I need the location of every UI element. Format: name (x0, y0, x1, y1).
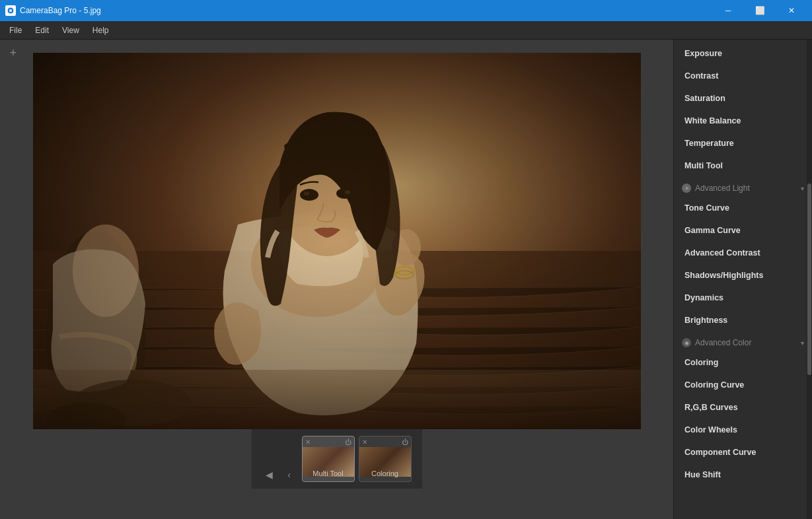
advanced-color-chevron: ▾ (801, 339, 804, 347)
adj-item-tone-curve[interactable]: Tone Curve (674, 197, 812, 219)
adjustments-list: Exposure Contrast Saturation White Balan… (674, 40, 812, 519)
advanced-light-section[interactable]: ☀ Advanced Light ▾ (674, 177, 812, 197)
title-text: CameraBag Pro - 5.jpg (20, 6, 101, 15)
adj-item-color-wheels[interactable]: Color Wheels (674, 419, 812, 441)
svg-rect-20 (33, 53, 641, 429)
adj-item-rgb-curves[interactable]: R,G,B Curves (674, 396, 812, 419)
svg-point-1 (9, 9, 12, 12)
minimize-button[interactable]: ─ (713, 0, 743, 21)
chip-controls: ✕ ⏻ (303, 438, 354, 446)
title-bar: CameraBag Pro - 5.jpg ─ ⬜ ✕ (0, 0, 812, 21)
panel-scrollbar[interactable] (807, 40, 812, 519)
advanced-light-label: Advanced Light (695, 184, 797, 193)
menu-view[interactable]: View (55, 23, 86, 38)
adj-item-exposure[interactable]: Exposure (674, 42, 812, 65)
adj-item-coloring-curve[interactable]: Coloring Curve (674, 374, 812, 396)
adj-item-multi-tool[interactable]: Multi Tool (674, 155, 812, 177)
advanced-color-section[interactable]: ◉ Advanced Color ▾ (674, 331, 812, 351)
back-arrow-button[interactable]: ◀ (262, 467, 277, 482)
right-panel: Exposure Contrast Saturation White Balan… (673, 40, 812, 519)
menu-bar: File Edit View Help (0, 21, 812, 40)
chip-label: Coloring (371, 469, 398, 477)
window-controls: ─ ⬜ ✕ (713, 0, 807, 21)
advanced-color-icon: ◉ (682, 338, 691, 347)
title-left: CameraBag Pro - 5.jpg (5, 5, 101, 16)
adj-item-gamma-curve[interactable]: Gamma Curve (674, 219, 812, 242)
menu-help[interactable]: Help (86, 23, 116, 38)
adj-item-hue-shift[interactable]: Hue Shift (674, 464, 812, 486)
menu-edit[interactable]: Edit (28, 23, 55, 38)
close-button[interactable]: ✕ (776, 0, 807, 21)
chip-close-button[interactable]: ✕ (305, 438, 311, 446)
main-content: + (0, 40, 812, 519)
adj-item-coloring[interactable]: Coloring (674, 351, 812, 374)
menu-file[interactable]: File (3, 23, 28, 38)
adj-item-white-balance[interactable]: White Balance (674, 110, 812, 132)
chip-power-button[interactable]: ⏻ (345, 438, 351, 446)
chip-power-button[interactable]: ⏻ (402, 438, 408, 446)
image-container (33, 53, 641, 429)
adj-item-advanced-contrast[interactable]: Advanced Contrast (674, 242, 812, 264)
adj-item-contrast[interactable]: Contrast (674, 65, 812, 87)
advanced-light-icon: ☀ (682, 184, 691, 193)
advanced-color-label: Advanced Color (695, 338, 797, 347)
adj-item-shadows-highlights[interactable]: Shadows/Highlights (674, 264, 812, 287)
advanced-light-chevron: ▾ (801, 185, 804, 192)
adj-item-temperature[interactable]: Temperature (674, 132, 812, 155)
chip-close-button[interactable]: ✕ (362, 438, 367, 446)
filter-chip-multitool[interactable]: ✕ ⏻ Multi Tool (302, 436, 355, 482)
restore-button[interactable]: ⬜ (745, 0, 775, 21)
panel-scrollbar-thumb[interactable] (807, 184, 811, 375)
canvas-area: + (0, 40, 673, 519)
chip-controls: ✕ ⏻ (359, 438, 411, 446)
filter-chip-coloring[interactable]: ✕ ⏻ Coloring (359, 436, 412, 482)
prev-nav-button[interactable]: ‹ (282, 467, 297, 482)
app-icon (5, 5, 16, 16)
photo-svg (33, 53, 641, 429)
adj-item-component-curve[interactable]: Component Curve (674, 441, 812, 464)
filter-chips-container: ✕ ⏻ Multi Tool ✕ ⏻ Coloring (302, 436, 412, 482)
bottom-toolbar: ◀ ‹ › ⏻ ✕ ✕ ⏻ Multi Tool (252, 429, 422, 489)
adj-item-dynamics[interactable]: Dynamics (674, 287, 812, 309)
chip-label: Multi Tool (313, 469, 343, 477)
add-filter-button[interactable]: + (5, 45, 21, 61)
adj-item-brightness[interactable]: Brightness (674, 309, 812, 331)
adj-item-saturation[interactable]: Saturation (674, 87, 812, 110)
photo-canvas (33, 53, 641, 429)
